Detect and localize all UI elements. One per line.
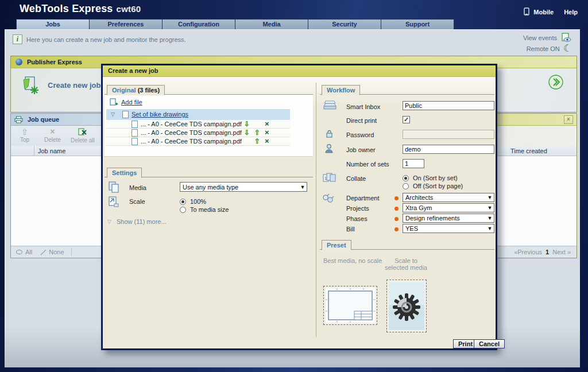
create-new-job-icon xyxy=(20,75,40,95)
delete-label: Delete xyxy=(44,137,61,143)
file-row[interactable]: ... - A0 - CeeCee TDS campaign.pdf ⇩ ⇧ × xyxy=(106,129,290,137)
remove-file-icon[interactable]: × xyxy=(265,137,269,145)
select-all-button[interactable]: All xyxy=(11,249,32,255)
delete-all-button[interactable]: Delete all xyxy=(71,128,95,144)
show-more-expander-icon[interactable]: ▽ xyxy=(107,219,111,224)
top-icon: ⇧ xyxy=(21,128,29,135)
file-row[interactable]: ... - A0 - CeeCee TDS campaign.pdf ⇩ × xyxy=(106,120,290,129)
view-events-icon xyxy=(560,33,572,42)
file-name: ... - A0 - CeeCee TDS campaign.pdf xyxy=(141,129,242,136)
number-of-sets-input[interactable] xyxy=(403,159,424,168)
direct-print-checkbox[interactable] xyxy=(403,116,410,123)
job-owner-label: Job owner xyxy=(346,146,376,153)
add-file-button[interactable]: Add file xyxy=(110,98,142,106)
bill-select-value: YES xyxy=(403,225,486,232)
smart-inbox-label: Smart Inbox xyxy=(346,103,380,110)
device-name: cwt60 xyxy=(117,4,141,14)
required-dot xyxy=(394,217,399,221)
collapse-set-icon[interactable]: ▽ xyxy=(111,111,115,117)
set-document-icon xyxy=(122,111,129,118)
app-title: WebTools Expresscwt60 xyxy=(20,3,141,15)
expand-chevron-icon[interactable] xyxy=(548,74,564,90)
preset-option-2-thumbnail[interactable] xyxy=(386,280,427,332)
job-name-column-label[interactable]: Job name xyxy=(34,148,65,154)
move-up-icon[interactable]: ⇧ xyxy=(254,129,260,137)
remote-toggle[interactable]: Remote ON ☾ xyxy=(527,45,572,53)
create-new-job-button[interactable]: Create new job xyxy=(20,75,100,95)
move-up-icon[interactable]: ⇧ xyxy=(254,137,260,145)
collate-off-radio[interactable] xyxy=(403,183,409,189)
preset-option-2-label: Scale to selected media xyxy=(383,257,429,271)
tab-preferences[interactable]: Preferences xyxy=(90,19,163,29)
add-file-icon xyxy=(110,98,118,106)
dialog-column-divider xyxy=(316,83,316,337)
move-down-icon[interactable]: ⇩ xyxy=(244,129,250,137)
smart-inbox-input[interactable] xyxy=(403,101,494,110)
tab-support[interactable]: Support xyxy=(381,19,454,29)
chevron-down-icon: ▼ xyxy=(486,195,494,200)
mobile-icon xyxy=(523,7,531,16)
top-button[interactable]: ⇧ Top xyxy=(20,128,29,143)
department-select-value: Architects xyxy=(403,194,486,201)
media-icon xyxy=(107,181,120,193)
next-page-button[interactable]: Next » xyxy=(552,249,571,255)
dialog-title: Create a new job xyxy=(103,65,496,77)
original-section-tab: Original (3 files) xyxy=(107,85,165,95)
close-panel-icon[interactable]: × xyxy=(564,115,573,124)
remove-file-icon[interactable]: × xyxy=(265,128,269,137)
publisher-sphere-icon xyxy=(16,59,22,65)
file-row[interactable]: ... - A0 - CeeCee TDS campaign.pdf ⇧ × xyxy=(106,137,290,146)
direct-print-label: Direct print xyxy=(346,117,377,124)
tab-media[interactable]: Media xyxy=(235,19,308,29)
collate-icon: 1 xyxy=(322,172,336,184)
workflow-section-tab: Workflow xyxy=(322,85,360,95)
create-new-job-label: Create new job xyxy=(48,81,100,90)
select-none-button[interactable]: None xyxy=(32,249,64,255)
select-none-label: None xyxy=(49,249,64,255)
file-document-icon xyxy=(131,121,138,128)
remove-file-icon[interactable]: × xyxy=(265,119,269,128)
scale-100-label: 100% xyxy=(190,198,206,205)
select-all-icon xyxy=(16,249,23,255)
file-set-row[interactable]: ▽ Set of bike drawings xyxy=(106,109,290,120)
scale-100-radio[interactable] xyxy=(180,199,186,205)
job-owner-input[interactable] xyxy=(403,145,494,154)
info-message: Here you can create a new job and monito… xyxy=(26,36,186,43)
top-label: Top xyxy=(20,137,29,143)
tab-security[interactable]: Security xyxy=(308,19,381,29)
scale-to-media-radio[interactable] xyxy=(180,207,186,213)
preset-option-1-thumbnail[interactable] xyxy=(323,286,377,325)
media-select[interactable]: Use any media type ▼ xyxy=(180,182,307,192)
tab-jobs[interactable]: Jobs xyxy=(16,19,90,29)
collate-label: Collate xyxy=(346,175,366,182)
phases-select[interactable]: Design refinements ▼ xyxy=(403,214,494,223)
move-down-icon[interactable]: ⇩ xyxy=(244,120,250,128)
department-select[interactable]: Architects ▼ xyxy=(403,193,494,202)
delete-icon: × xyxy=(50,128,55,135)
cancel-button[interactable]: Cancel xyxy=(474,339,505,348)
view-events-button[interactable]: View events xyxy=(523,33,572,42)
collate-off-label: Off (Sort by page) xyxy=(413,183,463,189)
drawing-sheet-image xyxy=(326,288,375,323)
scale-to-media-label: To media size xyxy=(190,206,229,213)
bill-label: Bill xyxy=(346,226,355,232)
department-label: Department xyxy=(346,195,379,202)
collate-on-radio[interactable] xyxy=(403,175,409,181)
main-tabbar: Jobs Preferences Configuration Media Sec… xyxy=(16,19,454,29)
bill-select[interactable]: YES ▼ xyxy=(403,224,494,233)
app-window: WebTools Expresscwt60 Mobile Help Jobs P… xyxy=(0,0,588,372)
file-document-icon xyxy=(131,129,138,137)
required-dot xyxy=(394,207,399,211)
file-document-icon xyxy=(131,138,138,145)
tab-configuration[interactable]: Configuration xyxy=(163,19,235,29)
projects-select[interactable]: Xtra Gym ▼ xyxy=(403,203,494,212)
mobile-button[interactable]: Mobile xyxy=(523,7,554,16)
previous-page-button[interactable]: «Previous xyxy=(514,249,542,255)
help-button[interactable]: Help xyxy=(564,9,578,16)
show-more-link[interactable]: Show (11) more... xyxy=(117,218,167,225)
password-label: Password xyxy=(346,131,374,138)
publisher-express-title: Publisher Express xyxy=(27,59,82,65)
add-file-label: Add file xyxy=(121,99,142,106)
delete-button[interactable]: × Delete xyxy=(44,128,61,143)
collate-on-label: On (Sort by set) xyxy=(413,175,458,181)
